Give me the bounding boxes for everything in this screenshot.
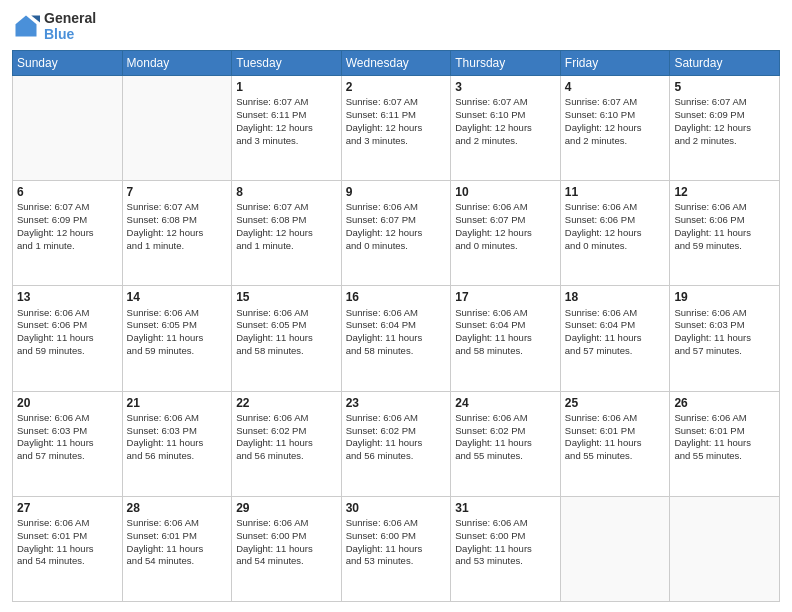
day-info-line: Sunrise: 6:06 AM [565, 201, 666, 214]
day-cell [122, 76, 232, 181]
day-info-line: Daylight: 11 hours [565, 437, 666, 450]
day-number: 11 [565, 184, 666, 200]
day-cell: 15Sunrise: 6:06 AMSunset: 6:05 PMDayligh… [232, 286, 342, 391]
day-info-line: and 54 minutes. [17, 555, 118, 568]
day-info-line: Daylight: 11 hours [455, 543, 556, 556]
day-cell: 3Sunrise: 6:07 AMSunset: 6:10 PMDaylight… [451, 76, 561, 181]
day-info-line: and 0 minutes. [565, 240, 666, 253]
day-info-line: and 55 minutes. [455, 450, 556, 463]
day-info-line: and 55 minutes. [565, 450, 666, 463]
day-info-line: Sunrise: 6:06 AM [565, 412, 666, 425]
day-info-line: Sunset: 6:00 PM [236, 530, 337, 543]
day-info-line: Sunset: 6:06 PM [17, 319, 118, 332]
day-info-line: Sunset: 6:06 PM [565, 214, 666, 227]
day-cell [560, 496, 670, 601]
day-number: 8 [236, 184, 337, 200]
day-number: 6 [17, 184, 118, 200]
day-number: 26 [674, 395, 775, 411]
day-info-line: Sunrise: 6:06 AM [17, 517, 118, 530]
page: General Blue SundayMondayTuesdayWednesda… [0, 0, 792, 612]
day-number: 28 [127, 500, 228, 516]
day-number: 7 [127, 184, 228, 200]
day-info-line: and 53 minutes. [346, 555, 447, 568]
day-number: 12 [674, 184, 775, 200]
week-row-2: 6Sunrise: 6:07 AMSunset: 6:09 PMDaylight… [13, 181, 780, 286]
day-info-line: Daylight: 11 hours [674, 332, 775, 345]
day-info-line: Sunset: 6:05 PM [236, 319, 337, 332]
day-info-line: Daylight: 11 hours [17, 543, 118, 556]
day-info-line: and 1 minute. [236, 240, 337, 253]
day-number: 14 [127, 289, 228, 305]
day-info-line: Sunset: 6:04 PM [565, 319, 666, 332]
day-info-line: Sunrise: 6:06 AM [455, 517, 556, 530]
day-number: 30 [346, 500, 447, 516]
day-number: 22 [236, 395, 337, 411]
logo-icon [12, 12, 40, 40]
day-info-line: Sunset: 6:09 PM [674, 109, 775, 122]
day-info-line: Sunset: 6:03 PM [674, 319, 775, 332]
day-info-line: Daylight: 12 hours [674, 122, 775, 135]
day-info-line: and 59 minutes. [674, 240, 775, 253]
day-info-line: and 57 minutes. [565, 345, 666, 358]
logo: General Blue [12, 10, 96, 42]
day-info-line: Daylight: 12 hours [17, 227, 118, 240]
header: General Blue [12, 10, 780, 42]
day-info-line: and 54 minutes. [127, 555, 228, 568]
day-cell: 5Sunrise: 6:07 AMSunset: 6:09 PMDaylight… [670, 76, 780, 181]
day-info-line: Daylight: 12 hours [346, 122, 447, 135]
day-number: 9 [346, 184, 447, 200]
day-number: 23 [346, 395, 447, 411]
day-info-line: Sunrise: 6:06 AM [455, 412, 556, 425]
day-number: 24 [455, 395, 556, 411]
day-info-line: Sunset: 6:06 PM [674, 214, 775, 227]
day-number: 27 [17, 500, 118, 516]
day-cell: 1Sunrise: 6:07 AMSunset: 6:11 PMDaylight… [232, 76, 342, 181]
day-info-line: Daylight: 12 hours [236, 227, 337, 240]
day-info-line: Sunrise: 6:07 AM [674, 96, 775, 109]
day-info-line: Sunrise: 6:06 AM [455, 307, 556, 320]
day-number: 15 [236, 289, 337, 305]
week-row-5: 27Sunrise: 6:06 AMSunset: 6:01 PMDayligh… [13, 496, 780, 601]
day-number: 5 [674, 79, 775, 95]
col-header-tuesday: Tuesday [232, 51, 342, 76]
day-cell: 24Sunrise: 6:06 AMSunset: 6:02 PMDayligh… [451, 391, 561, 496]
day-info-line: and 3 minutes. [236, 135, 337, 148]
day-info-line: Daylight: 11 hours [236, 332, 337, 345]
day-info-line: and 1 minute. [127, 240, 228, 253]
day-cell: 28Sunrise: 6:06 AMSunset: 6:01 PMDayligh… [122, 496, 232, 601]
day-info-line: Sunset: 6:01 PM [565, 425, 666, 438]
day-cell: 6Sunrise: 6:07 AMSunset: 6:09 PMDaylight… [13, 181, 123, 286]
day-info-line: Daylight: 11 hours [17, 332, 118, 345]
day-info-line: Daylight: 11 hours [565, 332, 666, 345]
day-info-line: Sunset: 6:04 PM [346, 319, 447, 332]
day-info-line: Sunset: 6:02 PM [236, 425, 337, 438]
week-row-1: 1Sunrise: 6:07 AMSunset: 6:11 PMDaylight… [13, 76, 780, 181]
day-number: 31 [455, 500, 556, 516]
day-info-line: and 0 minutes. [346, 240, 447, 253]
day-info-line: and 59 minutes. [17, 345, 118, 358]
day-cell: 30Sunrise: 6:06 AMSunset: 6:00 PMDayligh… [341, 496, 451, 601]
day-info-line: Sunrise: 6:07 AM [236, 96, 337, 109]
day-cell: 11Sunrise: 6:06 AMSunset: 6:06 PMDayligh… [560, 181, 670, 286]
day-info-line: Sunset: 6:08 PM [236, 214, 337, 227]
day-info-line: Sunset: 6:07 PM [346, 214, 447, 227]
day-cell: 17Sunrise: 6:06 AMSunset: 6:04 PMDayligh… [451, 286, 561, 391]
day-info-line: Sunset: 6:00 PM [455, 530, 556, 543]
day-info-line: and 58 minutes. [346, 345, 447, 358]
day-info-line: Sunrise: 6:07 AM [346, 96, 447, 109]
day-number: 18 [565, 289, 666, 305]
day-cell: 13Sunrise: 6:06 AMSunset: 6:06 PMDayligh… [13, 286, 123, 391]
day-info-line: Daylight: 12 hours [565, 227, 666, 240]
day-info-line: Sunrise: 6:07 AM [455, 96, 556, 109]
calendar-table: SundayMondayTuesdayWednesdayThursdayFrid… [12, 50, 780, 602]
day-cell: 31Sunrise: 6:06 AMSunset: 6:00 PMDayligh… [451, 496, 561, 601]
day-cell: 26Sunrise: 6:06 AMSunset: 6:01 PMDayligh… [670, 391, 780, 496]
day-info-line: Sunset: 6:02 PM [346, 425, 447, 438]
day-info-line: Sunrise: 6:06 AM [236, 517, 337, 530]
day-info-line: Sunrise: 6:06 AM [346, 307, 447, 320]
day-info-line: Sunset: 6:03 PM [17, 425, 118, 438]
day-info-line: Sunrise: 6:06 AM [565, 307, 666, 320]
day-info-line: Sunset: 6:01 PM [127, 530, 228, 543]
col-header-wednesday: Wednesday [341, 51, 451, 76]
day-info-line: Sunset: 6:01 PM [674, 425, 775, 438]
